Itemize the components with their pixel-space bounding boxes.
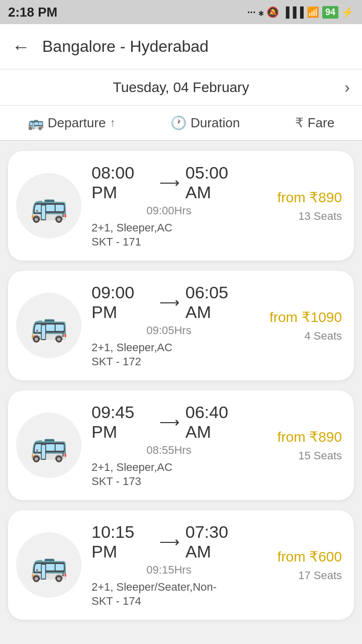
depart-time: 08:00 PM: [92, 163, 153, 202]
bus-card-3[interactable]: 🚌 09:45 PM ⟶ 06:40 AM 08:55Hrs 2+1, Slee…: [8, 390, 354, 500]
arrive-time: 05:00 AM: [186, 163, 246, 202]
sort-departure-label: Departure: [48, 115, 106, 131]
next-date-button[interactable]: ›: [344, 78, 350, 97]
bus-list: 🚌 08:00 PM ⟶ 05:00 AM 09:00Hrs 2+1, Slee…: [0, 141, 362, 630]
sort-departure[interactable]: 🚌 Departure ↑: [28, 115, 116, 131]
bus-icon: 🚌: [30, 428, 68, 463]
bus-icon-wrap: 🚌: [16, 532, 81, 598]
header: ← Bangalore - Hyderabad: [0, 24, 362, 69]
depart-time: 10:15 PM: [92, 522, 153, 561]
bus-times: 10:15 PM ⟶ 07:30 AM: [92, 522, 246, 561]
bus-duration: 09:15Hrs: [92, 564, 246, 577]
price-value: from ₹1090: [256, 309, 342, 326]
seats-count: 15 Seats: [256, 449, 342, 462]
dots-icon: ···: [247, 7, 256, 18]
sort-fare[interactable]: ₹ Fare: [295, 115, 334, 131]
bus-times: 09:00 PM ⟶ 06:05 AM: [92, 283, 246, 322]
bus-icon: 🚌: [30, 308, 68, 344]
arrow-icon: ⟶: [159, 294, 179, 311]
bus-price: from ₹890 15 Seats: [256, 429, 342, 462]
arrive-time: 06:05 AM: [186, 283, 246, 322]
bus-card-2[interactable]: 🚌 09:00 PM ⟶ 06:05 AM 09:05Hrs 2+1, Slee…: [8, 271, 354, 380]
date-bar: Tuesday, 04 February ›: [0, 69, 362, 106]
price-value: from ₹890: [256, 189, 342, 206]
current-date: Tuesday, 04 February: [113, 79, 249, 96]
bus-card-1[interactable]: 🚌 08:00 PM ⟶ 05:00 AM 09:00Hrs 2+1, Slee…: [8, 151, 354, 261]
bus-type: 2+1, Sleeper,AC: [92, 461, 246, 474]
page-title: Bangalore - Hyderabad: [42, 37, 209, 56]
sort-bar: 🚌 Departure ↑ 🕐 Duration ₹ Fare: [0, 106, 362, 141]
bus-duration: 09:00Hrs: [92, 204, 246, 217]
status-bar: 2:18 PM ··· ⁎ 🔕 ▐▐▐ 📶 94 ⚡: [0, 0, 362, 24]
mute-icon: 🔕: [266, 6, 279, 18]
rupee-sort-icon: ₹: [295, 115, 304, 131]
bus-duration: 09:05Hrs: [92, 324, 246, 337]
arrow-icon: ⟶: [159, 534, 179, 550]
bus-card-4[interactable]: 🚌 10:15 PM ⟶ 07:30 AM 09:15Hrs 2+1, Slee…: [8, 510, 354, 620]
bus-icon-wrap: 🚌: [16, 293, 81, 358]
bus-times: 08:00 PM ⟶ 05:00 AM: [92, 163, 246, 202]
arrive-time: 07:30 AM: [186, 522, 246, 561]
back-button[interactable]: ←: [12, 38, 30, 56]
price-value: from ₹890: [256, 429, 342, 445]
price-value: from ₹600: [256, 548, 342, 565]
bus-duration: 08:55Hrs: [92, 444, 246, 457]
bus-number: SKT - 173: [92, 475, 246, 488]
bus-type: 2+1, Sleeper/Seater,Non-: [92, 581, 246, 594]
bus-icon-wrap: 🚌: [16, 413, 81, 478]
bus-price: from ₹1090 4 Seats: [256, 309, 342, 343]
bus-number: SKT - 174: [92, 595, 246, 608]
depart-time: 09:45 PM: [92, 403, 153, 442]
seats-count: 4 Seats: [256, 330, 342, 343]
sort-duration-label: Duration: [191, 115, 240, 131]
charging-icon: ⚡: [341, 6, 354, 18]
bus-icon: 🚌: [30, 188, 68, 224]
bus-number: SKT - 171: [92, 235, 246, 249]
battery-indicator: 94: [322, 6, 338, 19]
bus-number: SKT - 172: [92, 355, 246, 368]
bus-icon: 🚌: [30, 547, 68, 583]
seats-count: 17 Seats: [256, 569, 342, 582]
bluetooth-icon: ⁎: [258, 6, 263, 18]
bus-info: 09:45 PM ⟶ 06:40 AM 08:55Hrs 2+1, Sleepe…: [92, 403, 246, 488]
bus-price: from ₹890 13 Seats: [256, 189, 342, 223]
sort-departure-arrow: ↑: [110, 116, 115, 129]
sort-duration[interactable]: 🕐 Duration: [170, 115, 240, 131]
depart-time: 09:00 PM: [92, 283, 153, 322]
status-icons: ··· ⁎ 🔕 ▐▐▐ 📶 94 ⚡: [247, 6, 354, 19]
bus-icon-wrap: 🚌: [16, 173, 81, 238]
bus-sort-icon: 🚌: [28, 115, 44, 131]
arrow-icon: ⟶: [159, 414, 179, 431]
seats-count: 13 Seats: [256, 210, 342, 223]
sort-fare-label: Fare: [308, 115, 334, 131]
bus-type: 2+1, Sleeper,AC: [92, 341, 246, 354]
arrive-time: 06:40 AM: [186, 403, 246, 442]
status-time: 2:18 PM: [8, 5, 57, 20]
bus-info: 09:00 PM ⟶ 06:05 AM 09:05Hrs 2+1, Sleepe…: [92, 283, 246, 368]
clock-sort-icon: 🕐: [170, 115, 187, 131]
arrow-icon: ⟶: [159, 175, 179, 191]
bus-info: 08:00 PM ⟶ 05:00 AM 09:00Hrs 2+1, Sleepe…: [92, 163, 246, 249]
bus-price: from ₹600 17 Seats: [256, 548, 342, 582]
bus-type: 2+1, Sleeper,AC: [92, 221, 246, 234]
signal-icon: ▐▐▐: [282, 7, 304, 18]
wifi-icon: 📶: [307, 6, 319, 18]
bus-info: 10:15 PM ⟶ 07:30 AM 09:15Hrs 2+1, Sleepe…: [92, 522, 246, 608]
bus-times: 09:45 PM ⟶ 06:40 AM: [92, 403, 246, 442]
